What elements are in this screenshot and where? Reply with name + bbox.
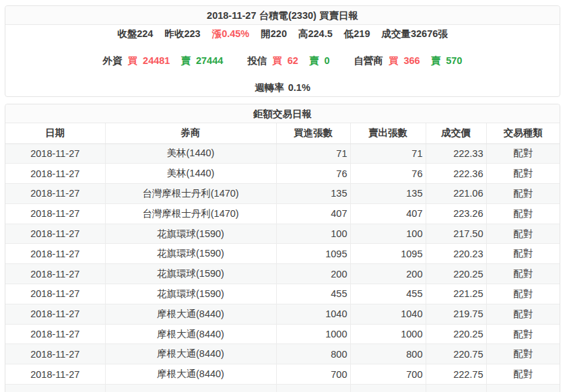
- broker-cell: 台灣摩根士丹利(1470): [105, 203, 276, 224]
- price-cell: 220.75: [426, 344, 486, 364]
- buy-qty-cell: 407: [276, 203, 350, 224]
- trade-type-cell: 配對: [486, 264, 560, 284]
- sell-qty-cell: 1095: [350, 244, 426, 264]
- column-header-trade-type: 交易種類: [486, 123, 560, 143]
- table-row: 2018-11-27摩根大通(8440)10001000220.25配對: [5, 324, 560, 344]
- column-header-sell-qty: 賣出張數: [350, 123, 426, 143]
- buy-qty-cell: 71: [276, 143, 350, 164]
- summary-title: 2018-11-27 台積電(2330) 買賣日報: [5, 6, 560, 25]
- sell-qty-cell: 700: [350, 364, 426, 385]
- quote-stat: 昨收223: [164, 25, 200, 42]
- price-cell: 219.75: [426, 304, 486, 324]
- trade-type-cell: [486, 385, 560, 392]
- column-header-buy-qty: 買進張數: [276, 123, 350, 143]
- buy-qty-cell: 800: [276, 344, 350, 364]
- trade-type-cell: 配對: [486, 364, 560, 385]
- broker-cell: 台灣摩根士丹利(1470): [105, 184, 276, 204]
- buy-qty-cell: 100: [276, 224, 350, 244]
- summary-body: 收盤224昨收223漲0.45%開220高224.5低219成交量32676張 …: [5, 25, 560, 96]
- buy-qty-cell: 1040: [276, 304, 350, 324]
- turnover-value: 0.1%: [288, 82, 310, 93]
- table-row: 2018-11-27台灣摩根士丹利(1470)135135221.06配對: [5, 184, 560, 204]
- buy-label: 買: [272, 52, 282, 69]
- block-trades-table: 日期券商買進張數賣出張數成交價交易種類 2018-11-27美林(1440)71…: [5, 123, 560, 392]
- date-cell: 2018-11-27: [5, 304, 105, 324]
- sell-qty-cell: [350, 385, 426, 392]
- quote-stat-label: 低: [344, 28, 354, 39]
- trade-type-cell: 配對: [486, 184, 560, 204]
- date-cell: 2018-11-27: [5, 164, 105, 184]
- sell-qty-cell: 455: [350, 284, 426, 304]
- price-cell: 220.25: [426, 324, 486, 344]
- buy-qty-cell: 455: [276, 284, 350, 304]
- price-cell: 220.25: [426, 264, 486, 284]
- sell-qty-cell: 71: [350, 143, 426, 164]
- table-row: 2018-11-27摩根大通(8440)10401040219.75配對: [5, 304, 560, 324]
- sell-value: 27444: [196, 52, 223, 69]
- broker-cell: 花旗環球(1590): [105, 224, 276, 244]
- sell-qty-cell: 200: [350, 264, 426, 284]
- buy-qty-cell: 200: [276, 264, 350, 284]
- price-cell: 222.36: [426, 164, 486, 184]
- broker-cell: 摩根大通(8440): [105, 344, 276, 364]
- sell-label: 賣: [309, 52, 319, 69]
- broker-cell: 美林(1440): [105, 143, 276, 164]
- broker-cell: 美林(1440): [105, 164, 276, 184]
- price-cell: 221.06: [426, 184, 486, 204]
- quote-stat: 開220: [261, 25, 287, 42]
- quote-stat-label: 開: [261, 28, 271, 39]
- quote-stat-value: 0.45%: [222, 28, 249, 39]
- institution-name: 自營商: [354, 52, 383, 69]
- price-cell: [426, 385, 486, 392]
- table-header: 日期券商買進張數賣出張數成交價交易種類: [5, 123, 560, 143]
- quote-stat-label: 昨收: [164, 28, 184, 39]
- sell-qty-cell: 800: [350, 344, 426, 364]
- price-cell: 220.23: [426, 244, 486, 264]
- broker-cell: 花旗環球(1590): [105, 264, 276, 284]
- institution-group: 外資買24481賣27444: [103, 52, 224, 69]
- trade-type-cell: 配對: [486, 244, 560, 264]
- turnover-line: 週轉率0.1%: [5, 79, 560, 96]
- trade-type-cell: 配對: [486, 143, 560, 164]
- buy-value: 24481: [143, 52, 170, 69]
- date-cell: 2018-11-27: [5, 244, 105, 264]
- date-cell: 2018-11-27: [5, 203, 105, 224]
- institutional-line: 外資買24481賣27444投信買62賣0自營商買366賣570: [5, 52, 560, 69]
- column-header-date: 日期: [5, 123, 105, 143]
- price-cell: 217.50: [426, 224, 486, 244]
- table-row: 2018-11-27花旗環球(1590)200200220.25配對: [5, 264, 560, 284]
- sell-qty-cell: 76: [350, 164, 426, 184]
- date-cell: 2018-11-27: [5, 344, 105, 364]
- table-header-row: 日期券商買進張數賣出張數成交價交易種類: [5, 123, 560, 143]
- broker-cell: 花旗環球(1590): [105, 284, 276, 304]
- quote-stat-label: 收盤: [117, 28, 137, 39]
- sell-label: 賣: [431, 52, 441, 69]
- quote-stat: 收盤224: [117, 25, 153, 42]
- buy-qty-cell: 1000: [276, 324, 350, 344]
- institution-name: 外資: [103, 52, 123, 69]
- quote-stats-line: 收盤224昨收223漲0.45%開220高224.5低219成交量32676張: [5, 25, 560, 42]
- broker-cell: 摩根大通(8440): [105, 364, 276, 385]
- daily-summary-card: 2018-11-27 台積電(2330) 買賣日報 收盤224昨收223漲0.4…: [5, 5, 560, 97]
- table-row: 2018-11-27台灣摩根士丹利(1470)407407223.26配對: [5, 203, 560, 224]
- trades-table-body: 2018-11-27美林(1440)7171222.33配對2018-11-27…: [5, 143, 560, 392]
- trade-type-cell: 配對: [486, 164, 560, 184]
- date-cell: 2018-11-27: [5, 224, 105, 244]
- price-cell: 222.33: [426, 143, 486, 164]
- date-cell: 2018-11-27: [5, 143, 105, 164]
- date-cell: 2018-11-27: [5, 284, 105, 304]
- buy-value: 366: [403, 52, 420, 69]
- buy-label: 買: [389, 52, 399, 69]
- price-cell: 223.26: [426, 203, 486, 224]
- price-cell: 222.75: [426, 364, 486, 385]
- broker-cell: [105, 385, 276, 392]
- quote-stat-value: 224: [137, 28, 153, 39]
- trade-type-cell: 配對: [486, 203, 560, 224]
- turnover-stat: 週轉率0.1%: [255, 79, 310, 96]
- quote-stat-value: 220: [271, 28, 287, 39]
- buy-qty-cell: [276, 385, 350, 392]
- sell-qty-cell: 1000: [350, 324, 426, 344]
- quote-stat-value: 224.5: [308, 28, 332, 39]
- buy-label: 買: [128, 52, 138, 69]
- sell-qty-cell: 407: [350, 203, 426, 224]
